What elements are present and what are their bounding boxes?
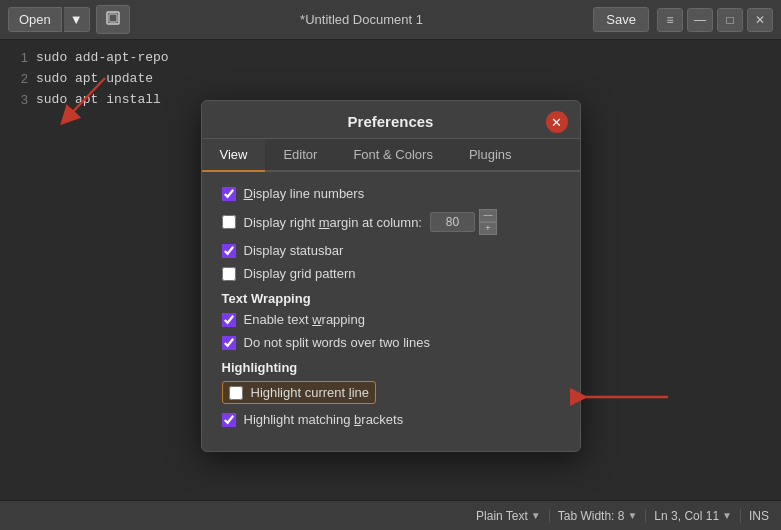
minimize-button[interactable]: — — [687, 8, 713, 32]
highlight-brackets-label: Highlight matching brackets — [244, 412, 404, 427]
highlight-line-wrapper: Highlight current line — [222, 381, 560, 412]
tab-font-colors[interactable]: Font & Colors — [335, 139, 450, 172]
status-bar: Plain Text ▼ Tab Width: 8 ▼ Ln 3, Col 11… — [0, 500, 781, 530]
cursor-position-dropdown-arrow-icon: ▼ — [722, 510, 732, 521]
dialog-overlay: Preferences ✕ View Editor Font & Colors … — [0, 80, 781, 460]
tab-view[interactable]: View — [202, 139, 266, 172]
display-grid-checkbox[interactable] — [222, 267, 236, 281]
dialog-title: Preferences — [348, 113, 434, 130]
text-wrapping-section-title: Text Wrapping — [222, 291, 560, 306]
display-line-numbers-label: Display line numbers — [244, 186, 365, 201]
title-bar: Open ▼ *Untitled Document 1 Save ≡ — □ ✕ — [0, 0, 781, 40]
editor-arrow-icon — [55, 70, 115, 130]
insert-mode-label: INS — [749, 509, 769, 523]
tab-width-dropdown-arrow-icon: ▼ — [627, 510, 637, 521]
svg-rect-1 — [109, 14, 117, 22]
line-number: 2 — [8, 69, 28, 90]
plain-text-status[interactable]: Plain Text ▼ — [476, 509, 541, 523]
window-controls: ≡ — □ ✕ — [657, 8, 773, 32]
status-divider — [549, 509, 550, 523]
table-row: 2 sudo apt update — [0, 69, 781, 90]
line-content: sudo add-apt-repo — [36, 48, 169, 69]
display-grid-label: Display grid pattern — [244, 266, 356, 281]
status-divider-3 — [740, 509, 741, 523]
margin-increase-button[interactable]: + — [479, 222, 497, 235]
tab-editor[interactable]: Editor — [265, 139, 335, 172]
highlighting-section-title: Highlighting — [222, 360, 560, 375]
enable-wrapping-label: Enable text wrapping — [244, 312, 365, 327]
display-right-margin-checkbox[interactable] — [222, 215, 236, 229]
pin-button[interactable] — [96, 5, 130, 34]
tab-width-status[interactable]: Tab Width: 8 ▼ — [558, 509, 638, 523]
cursor-position-status: Ln 3, Col 11 ▼ — [654, 509, 732, 523]
close-button[interactable]: ✕ — [747, 8, 773, 32]
list-item: Display grid pattern — [222, 266, 560, 281]
list-item: Display right margin at column: — + — [222, 209, 560, 235]
display-right-margin-label: Display right margin at column: — [244, 215, 422, 230]
ins-mode-status: INS — [749, 509, 769, 523]
no-split-words-label: Do not split words over two lines — [244, 335, 430, 350]
open-dropdown-button[interactable]: ▼ — [64, 7, 90, 32]
margin-decrease-button[interactable]: — — [479, 209, 497, 222]
editor-area[interactable]: 1 sudo add-apt-repo 2 sudo apt update 3 … — [0, 40, 781, 490]
table-row: 1 sudo add-apt-repo — [0, 48, 781, 69]
title-bar-left: Open ▼ — [8, 5, 130, 34]
no-split-words-checkbox[interactable] — [222, 336, 236, 350]
maximize-button[interactable]: □ — [717, 8, 743, 32]
preferences-dialog: Preferences ✕ View Editor Font & Colors … — [201, 100, 581, 452]
cursor-position-label: Ln 3, Col 11 — [654, 509, 719, 523]
enable-wrapping-checkbox[interactable] — [222, 313, 236, 327]
list-item: Highlight matching brackets — [222, 412, 560, 427]
save-button[interactable]: Save — [593, 7, 649, 32]
margin-stepper: — + — [479, 209, 497, 235]
line-number: 1 — [8, 48, 28, 69]
highlight-current-line-label: Highlight current line — [251, 385, 370, 400]
tab-plugins[interactable]: Plugins — [451, 139, 530, 172]
tab-width-label: Tab Width: 8 — [558, 509, 625, 523]
tabs-bar: View Editor Font & Colors Plugins — [202, 139, 580, 172]
highlight-brackets-checkbox[interactable] — [222, 413, 236, 427]
plain-text-label: Plain Text — [476, 509, 528, 523]
dialog-close-button[interactable]: ✕ — [546, 111, 568, 133]
menu-button[interactable]: ≡ — [657, 8, 683, 32]
list-item: Display line numbers — [222, 186, 560, 201]
list-item: Do not split words over two lines — [222, 335, 560, 350]
document-title: *Untitled Document 1 — [130, 12, 594, 27]
plain-text-dropdown-arrow-icon: ▼ — [531, 510, 541, 521]
list-item: Enable text wrapping — [222, 312, 560, 327]
line-number: 3 — [8, 90, 28, 111]
tab-content-view: Display line numbers Display right margi… — [202, 172, 580, 451]
open-button[interactable]: Open — [8, 7, 62, 32]
highlight-current-line-checkbox[interactable] — [229, 386, 243, 400]
highlight-line-row: Highlight current line — [222, 381, 377, 404]
display-line-numbers-checkbox[interactable] — [222, 187, 236, 201]
margin-column-input[interactable] — [430, 212, 475, 232]
display-statusbar-checkbox[interactable] — [222, 244, 236, 258]
status-divider-2 — [645, 509, 646, 523]
list-item: Display statusbar — [222, 243, 560, 258]
svg-line-2 — [67, 78, 105, 118]
dialog-header: Preferences ✕ — [202, 101, 580, 139]
dialog-arrow-icon — [570, 382, 670, 412]
display-statusbar-label: Display statusbar — [244, 243, 344, 258]
